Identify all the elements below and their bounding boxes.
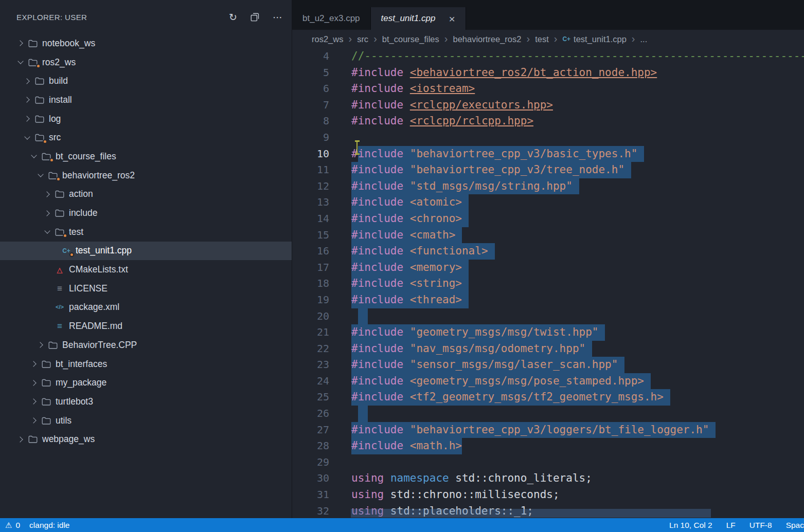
code-line-29[interactable]: 29 — [292, 454, 804, 471]
refresh-icon[interactable]: ↻ — [229, 12, 237, 22]
tree-item-my_package[interactable]: my_package — [0, 373, 292, 392]
tree-item-build[interactable]: build — [0, 71, 292, 90]
code-line-27[interactable]: 27#include "behaviortree_cpp_v3/loggers/… — [292, 422, 804, 438]
code-line-15[interactable]: 15#include <cmath> — [292, 227, 804, 244]
code-token: <thread> — [410, 293, 462, 306]
tree-item-README.md[interactable]: ≡README.md — [0, 317, 292, 336]
chevron-spacer — [42, 298, 52, 317]
tab-test_unit1.cpp[interactable]: test_unit1.cpp× — [371, 7, 466, 30]
breadcrumb-item-src[interactable]: src — [357, 34, 368, 44]
eol-indicator[interactable]: LF — [726, 521, 736, 530]
breadcrumb-item-test[interactable]: test — [535, 34, 549, 44]
chevron-spacer — [42, 260, 52, 279]
code-token — [403, 326, 410, 338]
folder-icon — [40, 415, 52, 426]
code-line-14[interactable]: 14#include <chrono> — [292, 211, 804, 227]
code-line-9[interactable]: 9 — [292, 130, 804, 146]
tree-item-utils[interactable]: utils — [0, 411, 292, 430]
tree-item-behaviortree_ros2[interactable]: behaviortree_ros2 — [0, 166, 292, 185]
code-line-17[interactable]: 17#include <memory> — [292, 260, 804, 276]
code-line-30[interactable]: 30using namespace std::chrono_literals; — [292, 470, 804, 487]
code-line-26[interactable]: 26 — [292, 406, 804, 422]
tree-item-turtlebot3[interactable]: turtlebot3 — [0, 392, 292, 411]
editor-layout-icon[interactable] — [251, 13, 259, 22]
code-token: #include — [351, 375, 403, 387]
encoding-indicator[interactable]: UTF-8 — [749, 521, 772, 530]
tree-item-label: my_package — [56, 377, 106, 388]
cursor-position[interactable]: Ln 10, Col 2 — [669, 521, 712, 530]
chevron-right-icon — [29, 373, 39, 392]
breadcrumb-item-behaviortree_ros2[interactable]: behaviortree_ros2 — [453, 34, 521, 44]
code-line-4[interactable]: 4//-------------------------------------… — [292, 48, 804, 65]
code-line-8[interactable]: 8#include <rclcpp/rclcpp.hpp> — [292, 113, 804, 130]
tree-item-bt_course_files[interactable]: bt_course_files — [0, 147, 292, 166]
line-number: 25 — [292, 389, 351, 406]
tree-item-notebook_ws[interactable]: notebook_ws — [0, 34, 292, 53]
modified-dot — [49, 158, 54, 162]
code-token — [403, 115, 410, 127]
code-token — [403, 261, 410, 273]
tree-item-action[interactable]: action — [0, 185, 292, 204]
code-line-20[interactable]: 20 — [292, 308, 804, 325]
breadcrumb-item-test_unit1.cpp[interactable]: C+test_unit1.cpp — [562, 34, 626, 44]
code-line-10[interactable]: 10#include "behaviortree_cpp_v3/basic_ty… — [292, 146, 804, 162]
breadcrumb-item-...[interactable]: ... — [640, 34, 648, 44]
indent-indicator[interactable]: Spac — [786, 521, 804, 530]
tab-bt_u2_ex3.cpp[interactable]: bt_u2_ex3.cpp — [292, 7, 371, 30]
problems-indicator[interactable]: ⚠ 0 — [5, 521, 20, 530]
code-line-6[interactable]: 6#include <iostream> — [292, 81, 804, 97]
code-line-7[interactable]: 7#include <rclcpp/executors.hpp> — [292, 97, 804, 114]
line-content: #include <math.h> — [351, 438, 804, 454]
tree-item-install[interactable]: install — [0, 90, 292, 109]
tree-item-webpage_ws[interactable]: webpage_ws — [0, 430, 292, 449]
tree-item-test[interactable]: test — [0, 223, 292, 242]
tree-item-include[interactable]: include — [0, 204, 292, 223]
code-line-5[interactable]: 5#include <behaviortree_ros2/bt_action_n… — [292, 65, 804, 81]
tree-item-CMakeLists.txt[interactable]: △CMakeLists.txt — [0, 260, 292, 279]
code-token — [403, 439, 410, 452]
code-line-22[interactable]: 22#include "nav_msgs/msg/odometry.hpp" — [292, 341, 804, 357]
tree-item-package.xml[interactable]: </>package.xml — [0, 298, 292, 317]
tree-item-BehaviorTree.CPP[interactable]: BehaviorTree.CPP — [0, 336, 292, 355]
line-number: 13 — [292, 194, 351, 211]
tree-item-src[interactable]: src — [0, 128, 292, 147]
code-token: <tf2_geometry_msgs/tf2_geometry_msgs.h> — [410, 391, 664, 403]
tree-item-ros2_ws[interactable]: ros2_ws — [0, 53, 292, 72]
language-server-status[interactable]: clangd: idle — [29, 521, 69, 530]
warning-icon: ⚠ — [5, 521, 12, 529]
code-line-12[interactable]: 12#include "std_msgs/msg/string.hpp" — [292, 178, 804, 195]
chevron-spacer — [42, 317, 52, 336]
tree-item-LICENSE[interactable]: ≡LICENSE — [0, 279, 292, 298]
breadcrumb-item-ros2_ws[interactable]: ros2_ws — [312, 34, 343, 44]
code-line-25[interactable]: 25#include <tf2_geometry_msgs/tf2_geomet… — [292, 389, 804, 406]
code-line-13[interactable]: 13#include <atomic> — [292, 194, 804, 211]
line-number: 29 — [292, 454, 351, 471]
code-token: <chrono> — [410, 212, 462, 225]
code-line-19[interactable]: 19#include <thread> — [292, 292, 804, 308]
line-content — [351, 454, 804, 471]
chevron-right-icon — [42, 185, 52, 204]
close-icon[interactable]: × — [449, 13, 455, 24]
code-line-23[interactable]: 23#include "sensor_msgs/msg/laser_scan.h… — [292, 357, 804, 373]
code-line-28[interactable]: 28#include <math.h> — [292, 438, 804, 454]
selection-highlight: include "behaviortree_cpp_v3/basic_types… — [358, 146, 645, 162]
code-line-18[interactable]: 18#include <string> — [292, 276, 804, 292]
horizontal-scrollbar[interactable] — [351, 509, 711, 518]
tree-item-bt_interfaces[interactable]: bt_interfaces — [0, 355, 292, 374]
code-token: # — [351, 148, 358, 160]
code-line-21[interactable]: 21#include "geometry_msgs/msg/twist.hpp" — [292, 324, 804, 341]
code-line-16[interactable]: 16#include <functional> — [292, 243, 804, 260]
code-line-24[interactable]: 24#include <geometry_msgs/msg/pose_stamp… — [292, 373, 804, 390]
code-line-31[interactable]: 31using std::chrono::milliseconds; — [292, 487, 804, 503]
folder-icon — [27, 38, 39, 48]
code-line-11[interactable]: 11#include "behaviortree_cpp_v3/tree_nod… — [292, 162, 804, 178]
tree-item-test_unit1.cpp[interactable]: C+test_unit1.cpp — [0, 242, 292, 261]
warning-count: 0 — [15, 521, 20, 530]
more-actions-icon[interactable]: ⋯ — [273, 12, 282, 22]
chevron-right-icon: › — [373, 33, 377, 44]
code-token: "nav_msgs/msg/odometry.hpp" — [410, 342, 585, 355]
breadcrumb-item-bt_course_files[interactable]: bt_course_files — [382, 34, 439, 44]
code-area[interactable]: 4//-------------------------------------… — [292, 48, 804, 518]
breadcrumb-label: test — [535, 34, 549, 44]
tree-item-log[interactable]: log — [0, 109, 292, 129]
